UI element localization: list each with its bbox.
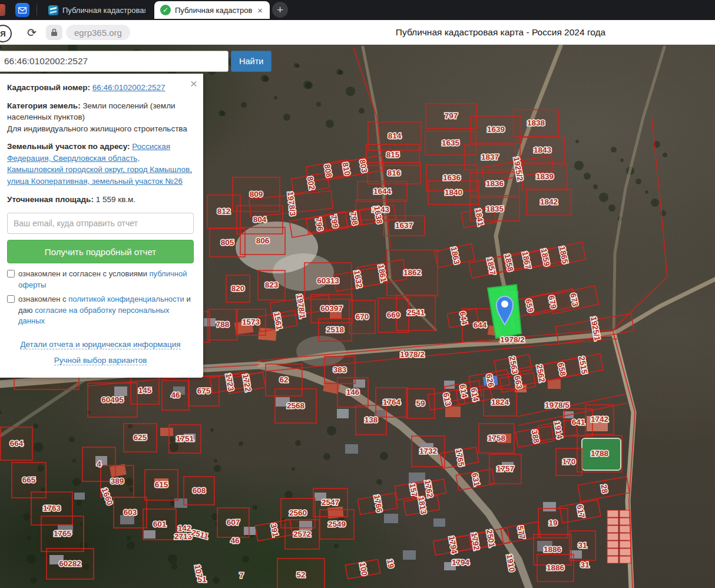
map-canvas[interactable]: 7978141639183816351843815183781616361925… [0,45,715,588]
building [445,407,461,417]
report-details-link[interactable]: Детали отчета и юридическая информация [20,340,180,349]
address-row: Земельный участок по адресу: Россиская Ф… [7,141,194,187]
parcel-label: 670 [356,312,369,321]
cadastral-number-link[interactable]: 66:46:0102002:2527 [92,83,165,92]
browser-window: Публичная кадастровая к ✓ Публичная када… [0,0,715,588]
search-button-label: Найти [239,57,263,66]
parcel-label: 812 [217,207,231,216]
parcel-label: 1751 [176,434,194,443]
parcel-label: 788 [216,320,230,329]
parcel-label: 615 [155,480,168,489]
offer-checkbox-label: ознакомлен и согласен с условиями публич… [18,269,194,291]
parcel-label: 146 [346,388,360,397]
privacy-policy-link[interactable]: политикой конфиденциальности [68,295,184,303]
report-button[interactable]: Получить подробный отчет [7,240,194,263]
parcel-label: 601 [153,520,167,528]
building [433,518,445,527]
parcel-label: 1794 [452,558,470,567]
offer-checkbox-row: ознакомлен и согласен с условиями публич… [7,269,194,291]
parcel-label: 1742 [591,415,608,424]
building [74,493,85,500]
tab-title: Публичная кадастрова [175,6,252,15]
parcel-label: 607 [227,518,240,527]
area-label: Уточненная площадь: [7,195,94,204]
parcel-label: 1886 [547,563,565,572]
yandex-logo-icon[interactable]: Я [0,25,12,42]
parcel-label: 1763 [43,504,61,513]
area-row: Уточненная площадь: 1 559 кв.м. [7,194,194,206]
tab-inactive[interactable]: Публичная кадастровая к [42,1,151,19]
reload-button[interactable]: ⟳ [25,25,39,39]
new-tab-button[interactable]: + [272,2,288,18]
parcel-label: 814 [388,131,402,140]
garage-block [607,518,618,525]
parcel-label: 142 [178,524,191,533]
parcel-label: 805 [221,238,234,247]
parcel-label: 1824 [491,398,509,407]
personal-data-link[interactable]: согласие на обработку персональных данны… [18,306,170,326]
parcel-label: 1635 [442,138,460,147]
email-input[interactable] [7,213,194,234]
parcel-label: 1840 [445,188,462,197]
garage-block [607,526,618,533]
tab-active[interactable]: ✓ Публичная кадастрова × [154,1,270,19]
address-bar[interactable]: egrp365.org [66,25,130,40]
parcel-label: 170 [562,457,576,466]
mail-icon[interactable] [15,3,29,17]
parcel-label: 1637 [395,221,413,230]
area-value: 1 559 кв.м. [96,195,135,204]
parcel-label: 1978/5 [545,401,570,409]
parcel-label: 19 [548,518,557,527]
parcel-label: 1788 [591,449,609,458]
parcel-label: 2560 [289,508,307,517]
garage-block [620,541,631,548]
close-tab-icon[interactable]: × [256,5,264,16]
parcel-label: 1836 [486,179,504,188]
address-label: Земельный участок по адресу: [7,142,130,151]
parcel-label: 1644 [373,187,392,196]
page-title: Публичная кадастровая карта - Россия 202… [330,20,671,45]
search-input[interactable] [0,51,229,72]
parcel-label: 823 [265,280,279,289]
parcel-label: 62 [279,375,288,384]
parcel-info-panel: × Кадастровый номер: 66:46:0102002:2527 … [0,74,203,378]
lock-icon[interactable] [46,25,62,40]
close-panel-icon[interactable]: × [190,77,197,90]
tab-title: Публичная кадастровая к [62,6,145,15]
parcel-label: 59 [416,399,425,408]
parcel-label: 31 [578,541,587,550]
parcel-label: 1573 [242,318,260,326]
parcel-label: 2518 [326,325,345,334]
parcel-label: 52 [296,570,305,579]
parcel-label: 809 [250,190,263,199]
parcel-label: 1838 [527,118,545,127]
parcel-label: 664 [10,439,24,448]
panel-footer-links: Детали отчета и юридическая информация Р… [7,336,194,368]
check-favicon-icon: ✓ [160,5,171,15]
search-button[interactable]: Найти [231,51,272,72]
cadastral-number-row: Кадастровый номер: 66:46:0102002:2527 [7,82,194,94]
parcel-label: 2547 [322,498,339,507]
manual-select-link[interactable]: Ручной выбор вариантов [54,356,147,365]
parcel-label: 1862 [403,268,421,277]
parcel-label: 820 [231,284,245,293]
parcel-label: 1765 [54,529,72,538]
parcel-label: 46 [230,536,240,545]
parcel-label: 1636 [443,173,461,182]
offer-checkbox[interactable] [7,270,15,278]
extension-icon[interactable] [0,4,5,16]
parcel-label: 60397 [320,304,343,313]
parcel-label: 1639 [487,125,505,134]
parcel-label: 675 [197,387,211,395]
privacy-checkbox-label: ознакомлен с политикой конфиденциальност… [18,294,194,328]
building [403,550,416,560]
parcel-label: 31 [580,560,590,569]
parcel-label: 2713 [174,532,193,541]
parcel-label: 2541 [407,308,425,317]
parcel-label: 1757 [496,464,514,473]
pkk-favicon-icon [48,5,58,15]
parcel-label: 665 [22,475,36,484]
parcel-label: 641 [572,418,585,427]
privacy-checkbox[interactable] [7,295,15,303]
garage-block [607,541,618,548]
